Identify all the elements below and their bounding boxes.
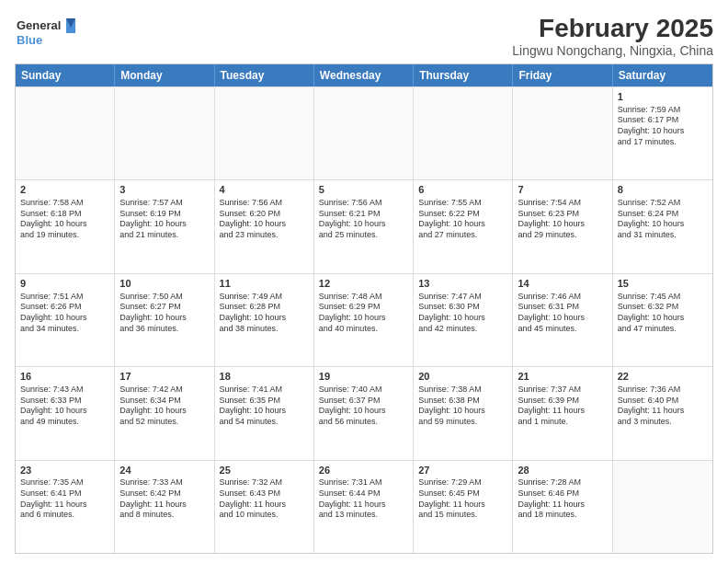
- cell-info: Sunrise: 7:29 AM Sunset: 6:45 PM Dayligh…: [418, 477, 507, 521]
- calendar-header-tuesday: Tuesday: [215, 64, 314, 86]
- cell-info: Sunrise: 7:48 AM Sunset: 6:29 PM Dayligh…: [319, 292, 408, 335]
- cell-info: Sunrise: 7:45 AM Sunset: 6:32 PM Dayligh…: [618, 292, 708, 335]
- page: General Blue February 2025 Lingwu Nongch…: [0, 0, 728, 563]
- calendar-body: 1Sunrise: 7:59 AM Sunset: 6:17 PM Daylig…: [16, 86, 712, 553]
- calendar-cell: [314, 87, 414, 179]
- day-number: 18: [220, 370, 309, 384]
- day-number: 10: [119, 277, 209, 291]
- calendar-cell: [215, 87, 314, 179]
- day-number: 2: [20, 183, 109, 197]
- cell-info: Sunrise: 7:58 AM Sunset: 6:18 PM Dayligh…: [20, 198, 109, 241]
- calendar-cell: 25Sunrise: 7:32 AM Sunset: 6:43 PM Dayli…: [215, 461, 314, 553]
- day-number: 17: [119, 370, 209, 384]
- calendar-header-friday: Friday: [513, 64, 612, 86]
- calendar-row-0: 1Sunrise: 7:59 AM Sunset: 6:17 PM Daylig…: [16, 86, 712, 179]
- day-number: 13: [418, 277, 507, 291]
- calendar-cell: 23Sunrise: 7:35 AM Sunset: 6:41 PM Dayli…: [16, 461, 115, 553]
- calendar-header-wednesday: Wednesday: [314, 64, 414, 86]
- cell-info: Sunrise: 7:49 AM Sunset: 6:28 PM Dayligh…: [220, 292, 309, 335]
- calendar-cell: 8Sunrise: 7:52 AM Sunset: 6:24 PM Daylig…: [613, 180, 712, 272]
- header: General Blue February 2025 Lingwu Nongch…: [15, 15, 713, 58]
- cell-info: Sunrise: 7:50 AM Sunset: 6:27 PM Dayligh…: [119, 292, 209, 335]
- day-number: 1: [618, 90, 708, 104]
- cell-info: Sunrise: 7:40 AM Sunset: 6:37 PM Dayligh…: [319, 385, 408, 428]
- calendar-cell: 3Sunrise: 7:57 AM Sunset: 6:19 PM Daylig…: [115, 180, 214, 272]
- cell-info: Sunrise: 7:52 AM Sunset: 6:24 PM Dayligh…: [618, 198, 708, 241]
- calendar-cell: [16, 87, 115, 179]
- day-number: 25: [220, 464, 309, 477]
- day-number: 21: [518, 370, 607, 384]
- calendar-cell: 15Sunrise: 7:45 AM Sunset: 6:32 PM Dayli…: [613, 274, 712, 366]
- cell-info: Sunrise: 7:46 AM Sunset: 6:31 PM Dayligh…: [518, 292, 607, 335]
- day-number: 16: [20, 370, 109, 384]
- calendar-cell: 21Sunrise: 7:37 AM Sunset: 6:39 PM Dayli…: [513, 367, 612, 459]
- calendar-row-1: 2Sunrise: 7:58 AM Sunset: 6:18 PM Daylig…: [16, 179, 712, 272]
- cell-info: Sunrise: 7:36 AM Sunset: 6:40 PM Dayligh…: [618, 385, 708, 428]
- cell-info: Sunrise: 7:37 AM Sunset: 6:39 PM Dayligh…: [518, 385, 607, 428]
- calendar-cell: 14Sunrise: 7:46 AM Sunset: 6:31 PM Dayli…: [513, 274, 612, 366]
- calendar-cell: [613, 461, 712, 553]
- calendar-header-monday: Monday: [115, 64, 214, 86]
- cell-info: Sunrise: 7:31 AM Sunset: 6:44 PM Dayligh…: [319, 477, 408, 521]
- calendar-cell: 7Sunrise: 7:54 AM Sunset: 6:23 PM Daylig…: [513, 180, 612, 272]
- calendar-header-thursday: Thursday: [414, 64, 513, 86]
- calendar-cell: [414, 87, 513, 179]
- day-number: 19: [319, 370, 408, 384]
- cell-info: Sunrise: 7:28 AM Sunset: 6:46 PM Dayligh…: [518, 477, 607, 521]
- day-number: 9: [20, 277, 109, 291]
- subtitle: Lingwu Nongchang, Ningxia, China: [512, 43, 713, 58]
- main-title: February 2025: [512, 15, 713, 43]
- cell-info: Sunrise: 7:56 AM Sunset: 6:21 PM Dayligh…: [319, 198, 408, 241]
- calendar-cell: 9Sunrise: 7:51 AM Sunset: 6:26 PM Daylig…: [16, 274, 115, 366]
- day-number: 28: [518, 464, 607, 477]
- day-number: 8: [618, 183, 708, 197]
- calendar-cell: 27Sunrise: 7:29 AM Sunset: 6:45 PM Dayli…: [414, 461, 513, 553]
- calendar-cell: 24Sunrise: 7:33 AM Sunset: 6:42 PM Dayli…: [115, 461, 214, 553]
- cell-info: Sunrise: 7:51 AM Sunset: 6:26 PM Dayligh…: [20, 292, 109, 335]
- cell-info: Sunrise: 7:55 AM Sunset: 6:22 PM Dayligh…: [418, 198, 507, 241]
- calendar-row-2: 9Sunrise: 7:51 AM Sunset: 6:26 PM Daylig…: [16, 273, 712, 366]
- calendar-cell: 16Sunrise: 7:43 AM Sunset: 6:33 PM Dayli…: [16, 367, 115, 459]
- cell-info: Sunrise: 7:41 AM Sunset: 6:35 PM Dayligh…: [220, 385, 309, 428]
- calendar-cell: [513, 87, 612, 179]
- calendar-cell: 17Sunrise: 7:42 AM Sunset: 6:34 PM Dayli…: [115, 367, 214, 459]
- cell-info: Sunrise: 7:59 AM Sunset: 6:17 PM Dayligh…: [618, 105, 708, 148]
- calendar-row-3: 16Sunrise: 7:43 AM Sunset: 6:33 PM Dayli…: [16, 366, 712, 459]
- calendar-cell: [115, 87, 214, 179]
- calendar: SundayMondayTuesdayWednesdayThursdayFrid…: [15, 63, 713, 554]
- day-number: 20: [418, 370, 507, 384]
- day-number: 24: [119, 464, 209, 477]
- day-number: 7: [518, 183, 607, 197]
- calendar-cell: 6Sunrise: 7:55 AM Sunset: 6:22 PM Daylig…: [414, 180, 513, 272]
- calendar-cell: 5Sunrise: 7:56 AM Sunset: 6:21 PM Daylig…: [314, 180, 414, 272]
- calendar-cell: 12Sunrise: 7:48 AM Sunset: 6:29 PM Dayli…: [314, 274, 414, 366]
- cell-info: Sunrise: 7:43 AM Sunset: 6:33 PM Dayligh…: [20, 385, 109, 428]
- day-number: 11: [220, 277, 309, 291]
- cell-info: Sunrise: 7:56 AM Sunset: 6:20 PM Dayligh…: [220, 198, 309, 241]
- cell-info: Sunrise: 7:35 AM Sunset: 6:41 PM Dayligh…: [20, 477, 109, 521]
- cell-info: Sunrise: 7:33 AM Sunset: 6:42 PM Dayligh…: [119, 477, 209, 521]
- calendar-cell: 26Sunrise: 7:31 AM Sunset: 6:44 PM Dayli…: [314, 461, 414, 553]
- day-number: 23: [20, 464, 109, 477]
- calendar-cell: 20Sunrise: 7:38 AM Sunset: 6:38 PM Dayli…: [414, 367, 513, 459]
- calendar-cell: 28Sunrise: 7:28 AM Sunset: 6:46 PM Dayli…: [513, 461, 612, 553]
- day-number: 6: [418, 183, 507, 197]
- calendar-cell: 18Sunrise: 7:41 AM Sunset: 6:35 PM Dayli…: [215, 367, 314, 459]
- day-number: 5: [319, 183, 408, 197]
- cell-info: Sunrise: 7:42 AM Sunset: 6:34 PM Dayligh…: [119, 385, 209, 428]
- day-number: 3: [119, 183, 209, 197]
- calendar-header-row: SundayMondayTuesdayWednesdayThursdayFrid…: [16, 64, 712, 86]
- day-number: 27: [418, 464, 507, 477]
- calendar-cell: 10Sunrise: 7:50 AM Sunset: 6:27 PM Dayli…: [115, 274, 214, 366]
- title-block: February 2025 Lingwu Nongchang, Ningxia,…: [512, 15, 713, 58]
- calendar-cell: 22Sunrise: 7:36 AM Sunset: 6:40 PM Dayli…: [613, 367, 712, 459]
- cell-info: Sunrise: 7:47 AM Sunset: 6:30 PM Dayligh…: [418, 292, 507, 335]
- calendar-cell: 2Sunrise: 7:58 AM Sunset: 6:18 PM Daylig…: [16, 180, 115, 272]
- svg-text:General: General: [17, 18, 61, 32]
- calendar-header-sunday: Sunday: [16, 64, 115, 86]
- day-number: 22: [618, 370, 708, 384]
- cell-info: Sunrise: 7:57 AM Sunset: 6:19 PM Dayligh…: [119, 198, 209, 241]
- logo-svg: General Blue: [15, 15, 79, 50]
- day-number: 4: [220, 183, 309, 197]
- cell-info: Sunrise: 7:32 AM Sunset: 6:43 PM Dayligh…: [220, 477, 309, 521]
